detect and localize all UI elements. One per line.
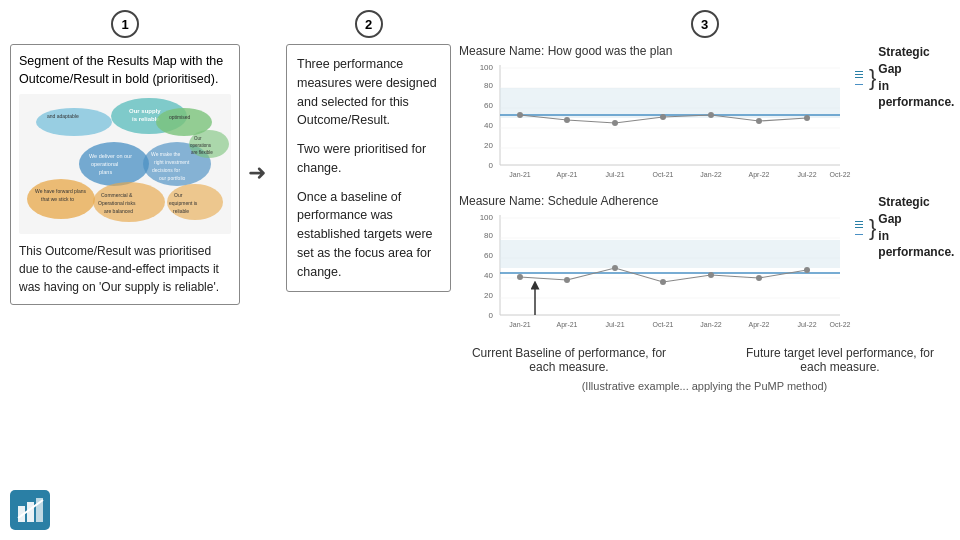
gap-label-1: } Strategic Gap in performance. (855, 44, 950, 111)
svg-text:Our supply: Our supply (129, 108, 161, 114)
svg-text:Oct-22: Oct-22 (829, 171, 850, 178)
target-label: Future target level performance, for eac… (740, 346, 940, 374)
svg-text:Oct-21: Oct-21 (652, 171, 673, 178)
svg-point-77 (517, 274, 523, 280)
chart1-wrap: 0 20 40 60 80 100 (459, 60, 851, 190)
svg-text:100: 100 (480, 63, 494, 72)
svg-text:that we stick to: that we stick to (41, 196, 74, 202)
chart1-area: Measure Name: How good was the plan 0 20… (459, 44, 950, 190)
svg-text:40: 40 (484, 121, 493, 130)
step1-circle: 1 (111, 10, 139, 38)
svg-text:We deliver on our: We deliver on our (89, 153, 132, 159)
svg-text:Jan-21: Jan-21 (509, 171, 531, 178)
logo (10, 490, 50, 530)
svg-text:Jul-21: Jul-21 (605, 321, 624, 328)
svg-text:plans: plans (99, 169, 112, 175)
svg-text:100: 100 (480, 213, 494, 222)
box2-text3: Once a baseline of performance was estab… (297, 188, 440, 282)
svg-text:and adaptable: and adaptable (47, 113, 79, 119)
svg-text:Operational risks: Operational risks (98, 200, 136, 206)
svg-point-47 (517, 112, 523, 118)
svg-text:Jul-22: Jul-22 (797, 321, 816, 328)
svg-text:Jan-21: Jan-21 (509, 321, 531, 328)
svg-text:our portfolio: our portfolio (159, 175, 186, 181)
svg-point-83 (804, 267, 810, 273)
svg-text:are flexible: are flexible (191, 150, 213, 155)
section1: 1 Segment of the Results Map with the Ou… (10, 10, 240, 305)
svg-rect-75 (500, 240, 840, 268)
svg-point-51 (708, 112, 714, 118)
baseline-label: Current Baseline of performance, for eac… (469, 346, 669, 374)
svg-text:60: 60 (484, 101, 493, 110)
gap-label-2: } Strategic Gap in performance. (855, 194, 950, 261)
svg-text:right investment: right investment (154, 159, 190, 165)
box2-text1: Three performance measures were designed… (297, 55, 440, 130)
logo-icon (16, 496, 44, 524)
svg-point-49 (612, 120, 618, 126)
svg-text:60: 60 (484, 251, 493, 260)
svg-text:20: 20 (484, 141, 493, 150)
step2-circle: 2 (355, 10, 383, 38)
chart2-svg: 0 20 40 60 80 100 (459, 210, 851, 340)
chart1-svg: 0 20 40 60 80 100 (459, 60, 851, 190)
footnote: (Illustrative example... applying the Pu… (459, 380, 950, 392)
chart2-wrap: 0 20 40 60 80 100 (459, 210, 851, 340)
svg-point-53 (804, 115, 810, 121)
svg-text:We make the: We make the (151, 151, 181, 157)
box1: Segment of the Results Map with the Outc… (10, 44, 240, 305)
svg-text:optimised: optimised (169, 114, 191, 120)
svg-point-78 (564, 277, 570, 283)
svg-text:reliable: reliable (173, 208, 189, 214)
svg-text:Jan-22: Jan-22 (700, 321, 722, 328)
results-map: Our supply is reliable optimised and ada… (19, 94, 231, 234)
gap-text-1: Strategic Gap (878, 44, 954, 78)
svg-point-82 (756, 275, 762, 281)
svg-text:Oct-21: Oct-21 (652, 321, 673, 328)
chart2-area: Measure Name: Schedule Adherence 0 20 40… (459, 194, 950, 340)
chart2-title: Measure Name: Schedule Adherence (459, 194, 851, 208)
svg-point-48 (564, 117, 570, 123)
arrow-icon: ➜ (248, 160, 266, 185)
svg-text:Our: Our (194, 136, 202, 141)
box2-text2: Two were prioritised for change. (297, 140, 440, 178)
svg-point-79 (612, 265, 618, 271)
svg-text:Apr-21: Apr-21 (556, 321, 577, 329)
svg-text:Jul-21: Jul-21 (605, 171, 624, 178)
svg-text:decisions for: decisions for (152, 167, 180, 173)
svg-point-81 (708, 272, 714, 278)
svg-text:40: 40 (484, 271, 493, 280)
svg-text:80: 80 (484, 81, 493, 90)
svg-text:Apr-22: Apr-22 (748, 321, 769, 329)
box1-desc: This Outcome/Result was prioritised due … (19, 242, 231, 296)
svg-point-52 (756, 118, 762, 124)
svg-text:operational: operational (91, 161, 118, 167)
svg-text:Apr-21: Apr-21 (556, 171, 577, 179)
svg-point-50 (660, 114, 666, 120)
svg-point-80 (660, 279, 666, 285)
svg-text:20: 20 (484, 291, 493, 300)
svg-text:Jan-22: Jan-22 (700, 171, 722, 178)
chart2-container: Measure Name: Schedule Adherence 0 20 40… (459, 194, 851, 340)
svg-text:Apr-22: Apr-22 (748, 171, 769, 179)
chart1-container: Measure Name: How good was the plan 0 20… (459, 44, 851, 190)
section2: 2 Three performance measures were design… (286, 10, 451, 292)
svg-text:0: 0 (489, 161, 494, 170)
svg-rect-94 (27, 502, 34, 522)
box2: Three performance measures were designed… (286, 44, 451, 292)
svg-text:80: 80 (484, 231, 493, 240)
svg-text:Our: Our (174, 192, 183, 198)
svg-text:equipment is: equipment is (169, 200, 198, 206)
svg-text:We have forward plans: We have forward plans (35, 188, 87, 194)
svg-text:Commercial &: Commercial & (101, 192, 133, 198)
svg-text:Jul-22: Jul-22 (797, 171, 816, 178)
chart1-title: Measure Name: How good was the plan (459, 44, 851, 58)
svg-rect-45 (500, 88, 840, 118)
svg-text:are balanced: are balanced (104, 208, 133, 214)
section3: 3 Measure Name: How good was the plan 0 … (459, 10, 950, 392)
svg-text:Oct-22: Oct-22 (829, 321, 850, 328)
gap-text-2: Strategic Gap (878, 194, 954, 228)
svg-text:0: 0 (489, 311, 494, 320)
main-container: 1 Segment of the Results Map with the Ou… (0, 0, 960, 540)
svg-text:operations: operations (190, 143, 212, 148)
step3-circle: 3 (691, 10, 719, 38)
